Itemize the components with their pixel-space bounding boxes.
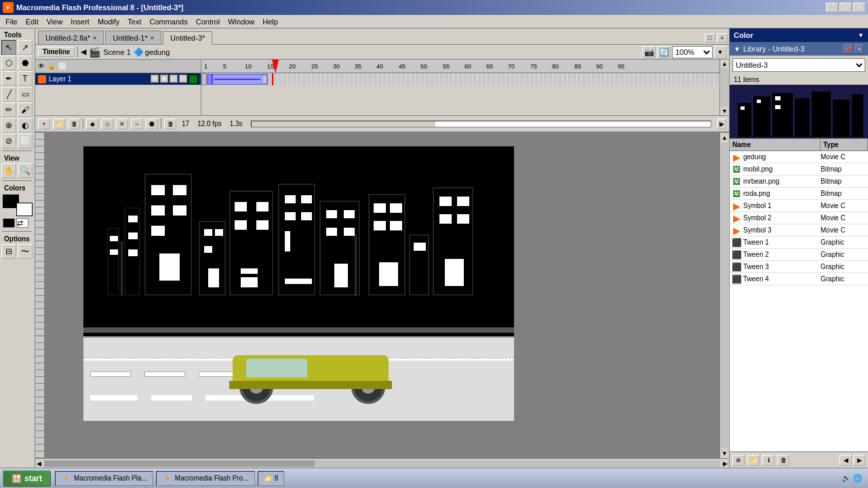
lib-delete-btn[interactable]: 🗑 bbox=[777, 455, 789, 466]
menu-text[interactable]: Text bbox=[123, 16, 145, 27]
rectangle-tool[interactable]: ▭ bbox=[18, 87, 33, 102]
menu-modify[interactable]: Modify bbox=[94, 16, 123, 27]
pin-btn[interactable]: 📌 bbox=[844, 44, 853, 54]
scene-label[interactable]: Scene 1 bbox=[103, 48, 130, 56]
pencil-tool[interactable]: ✏ bbox=[1, 102, 16, 117]
tab-close-untitled2[interactable]: × bbox=[93, 35, 96, 41]
inkbottle-tool[interactable]: ⊕ bbox=[1, 118, 16, 133]
layer-pencil-btn[interactable]: ✏ bbox=[151, 75, 159, 83]
layer-eye-btn[interactable]: ● bbox=[160, 75, 168, 83]
snap-btn[interactable]: ⊟ bbox=[1, 244, 16, 259]
menu-view[interactable]: View bbox=[43, 16, 67, 27]
menu-commands[interactable]: Commands bbox=[145, 16, 191, 27]
paintbucket-tool[interactable]: ◐ bbox=[18, 118, 33, 133]
close-window-btn[interactable]: × bbox=[717, 33, 728, 43]
lib-item-tween4[interactable]: ⬛ Tween 4 Graphic bbox=[730, 273, 868, 285]
eraser-tool[interactable]: ⬜ bbox=[18, 134, 33, 148]
delete-frame-btn[interactable]: 🗑 bbox=[164, 119, 176, 129]
lib-item-symbol2[interactable]: ▶ Symbol 2 Movie C bbox=[730, 212, 868, 224]
lib-item-gedung[interactable]: ▶ gedung Movie C bbox=[730, 151, 868, 163]
hand-tool[interactable]: ✋ bbox=[1, 163, 16, 178]
tween-block[interactable] bbox=[207, 74, 268, 85]
subselect-tool[interactable]: ↗ bbox=[18, 40, 33, 55]
lib-item-mrbean[interactable]: 🖼 mrbean.png Bitmap bbox=[730, 176, 868, 188]
swap-color-btn[interactable]: ⇄ bbox=[16, 218, 28, 228]
rotate-btn[interactable]: 🔄 bbox=[657, 46, 671, 58]
menu-file[interactable]: File bbox=[1, 16, 22, 27]
no-color-btn[interactable] bbox=[3, 218, 15, 228]
layer-color-btn[interactable] bbox=[189, 75, 198, 84]
pen-tool[interactable]: ✒ bbox=[1, 71, 16, 86]
menu-help[interactable]: Help bbox=[258, 16, 282, 27]
zoom-dropdown-btn[interactable]: ▼ bbox=[714, 46, 726, 58]
lib-item-tween1[interactable]: ⬛ Tween 1 Graphic bbox=[730, 237, 868, 249]
close-panel-btn[interactable]: × bbox=[854, 44, 864, 54]
scroll-up-btn[interactable]: ▲ bbox=[720, 60, 729, 68]
start-button[interactable]: 🪟 start bbox=[3, 470, 51, 487]
lib-item-roda[interactable]: 🖼 roda.png Bitmap bbox=[730, 188, 868, 200]
canvas-scroll-up[interactable]: ▲ bbox=[720, 133, 729, 142]
lib-item-tween2[interactable]: ⬛ Tween 2 Graphic bbox=[730, 249, 868, 261]
menu-edit[interactable]: Edit bbox=[22, 16, 43, 27]
smooth-btn[interactable]: 〜 bbox=[18, 244, 33, 259]
scroll-thumb[interactable] bbox=[721, 68, 728, 106]
minimize-button[interactable]: _ bbox=[826, 3, 838, 12]
back-btn[interactable]: ◀ bbox=[81, 47, 86, 56]
keyframe-btn[interactable]: ◆ bbox=[86, 119, 98, 129]
timeline-button[interactable]: Timeline bbox=[38, 47, 75, 57]
lib-nav-right[interactable]: ▶ bbox=[853, 455, 865, 466]
canvas-scroll[interactable] bbox=[45, 133, 719, 458]
zoom-tool[interactable]: 🔍 bbox=[18, 163, 33, 178]
blank-keyframe-btn[interactable]: ◇ bbox=[101, 119, 113, 129]
canvas-vscroll-thumb[interactable] bbox=[721, 143, 728, 448]
zoom-select[interactable]: 100% 50% 200% bbox=[672, 46, 713, 58]
stroke-fill-selector[interactable] bbox=[3, 195, 33, 216]
tab-untitled1[interactable]: Untitled-1* × bbox=[105, 30, 161, 44]
lib-item-tween3[interactable]: ⬛ Tween 3 Graphic bbox=[730, 261, 868, 273]
add-folder-btn[interactable]: 📁 bbox=[53, 119, 65, 129]
menu-insert[interactable]: Insert bbox=[66, 16, 94, 27]
3d-tool[interactable]: ⬣ bbox=[18, 56, 33, 70]
add-layer-btn[interactable]: + bbox=[38, 119, 50, 129]
scroll-right-btn[interactable]: ▶ bbox=[717, 119, 726, 129]
lib-new-folder-btn[interactable]: 📁 bbox=[747, 455, 760, 466]
shape-tween-btn[interactable]: ⬟ bbox=[146, 119, 158, 129]
lib-new-symbol-btn[interactable]: ⊕ bbox=[732, 455, 745, 466]
taskbar-item-1[interactable]: 🔸 Macromedia Flash Pla... bbox=[55, 471, 153, 486]
select-tool[interactable]: ↖ bbox=[1, 40, 16, 55]
tab-untitled2[interactable]: Untitled-2.fla* × bbox=[38, 30, 104, 44]
layer-row-1[interactable]: Layer 1 ✏ ● ○ □ bbox=[35, 73, 201, 85]
timeline-progress[interactable] bbox=[251, 121, 711, 127]
taskbar-item-3[interactable]: 📁 8 bbox=[258, 471, 285, 486]
lib-item-mobil[interactable]: 🖼 mobil.png Bitmap bbox=[730, 163, 868, 176]
lasso-tool[interactable]: ⬡ bbox=[1, 56, 16, 70]
canvas-scroll-down[interactable]: ▼ bbox=[720, 449, 729, 458]
tab-untitled3[interactable]: Untitled-3* bbox=[163, 31, 212, 45]
layer-box-btn[interactable]: □ bbox=[179, 75, 187, 83]
panel-expand-btn[interactable]: ▼ bbox=[858, 32, 864, 39]
lib-item-symbol1[interactable]: ▶ Symbol 1 Movie C bbox=[730, 200, 868, 212]
clear-keyframe-btn[interactable]: ✕ bbox=[116, 119, 128, 129]
camera-btn[interactable]: 📷 bbox=[642, 46, 656, 58]
line-tool[interactable]: ╱ bbox=[1, 87, 16, 102]
fill-color[interactable] bbox=[16, 203, 33, 216]
motion-tween-btn[interactable]: ↔ bbox=[131, 119, 143, 129]
lib-col-name-header[interactable]: Name bbox=[730, 139, 821, 150]
hscroll-thumb[interactable] bbox=[44, 460, 720, 467]
menu-control[interactable]: Control bbox=[192, 16, 224, 27]
hscroll-right[interactable]: ▶ bbox=[722, 460, 729, 467]
taskbar-item-2[interactable]: 🔸 Macromedia Flash Pro... bbox=[156, 471, 255, 486]
delete-layer-btn[interactable]: 🗑 bbox=[68, 119, 80, 129]
eyedropper-tool[interactable]: ⊘ bbox=[1, 134, 16, 148]
maximize-button[interactable]: □ bbox=[840, 3, 852, 12]
close-button[interactable]: × bbox=[853, 3, 865, 12]
text-tool[interactable]: T bbox=[18, 71, 33, 86]
lib-nav-left[interactable]: ◀ bbox=[840, 455, 852, 466]
lib-item-symbol3[interactable]: ▶ Symbol 3 Movie C bbox=[730, 224, 868, 237]
lib-col-type-header[interactable]: Type bbox=[821, 139, 868, 150]
tab-close-untitled1[interactable]: × bbox=[151, 35, 154, 41]
frames-row[interactable] bbox=[201, 73, 719, 85]
brush-tool[interactable]: 🖌 bbox=[18, 102, 33, 117]
restore-window-btn[interactable]: □ bbox=[705, 33, 715, 43]
symbol-breadcrumb[interactable]: 🔷 gedung bbox=[134, 47, 170, 57]
